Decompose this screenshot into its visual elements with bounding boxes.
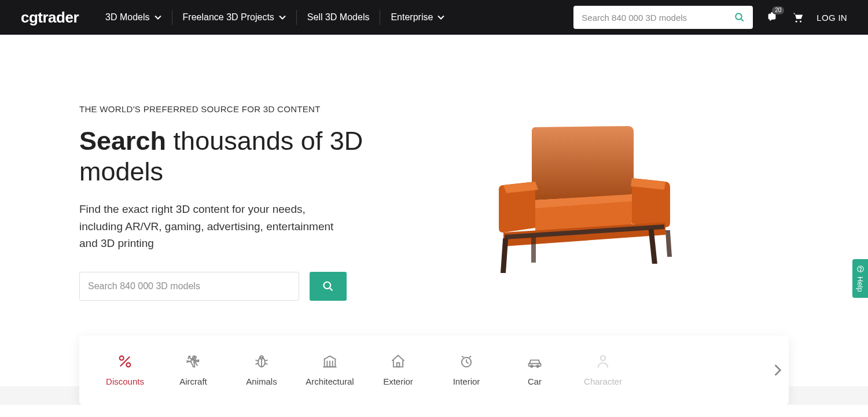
plane-icon	[185, 353, 201, 370]
nav-enterprise[interactable]: Enterprise	[380, 9, 455, 26]
chevron-down-icon	[279, 15, 286, 20]
header-right: 20 LOG IN	[573, 6, 847, 29]
hero: THE WORLD'S PREFERRED SOURCE FOR 3D CONT…	[79, 35, 789, 335]
hero-text: THE WORLD'S PREFERRED SOURCE FOR 3D CONT…	[79, 104, 380, 301]
hero-subtitle: Find the exact right 3D content for your…	[79, 201, 334, 252]
nav-freelance[interactable]: Freelance 3D Projects	[172, 9, 296, 26]
svg-point-4	[800, 21, 801, 23]
svg-line-20	[265, 364, 268, 364]
notification-badge: 20	[772, 6, 784, 14]
house-icon	[390, 353, 406, 370]
help-label: Help	[856, 276, 865, 292]
svg-line-17	[256, 360, 259, 361]
category-exterior[interactable]: Exterior	[364, 353, 432, 386]
svg-point-0	[736, 13, 742, 20]
svg-line-28	[466, 362, 469, 363]
search-icon	[322, 281, 334, 292]
search-icon[interactable]	[734, 12, 745, 23]
svg-line-18	[265, 360, 268, 361]
category-label: Character	[584, 377, 622, 386]
category-label: Aircraft	[179, 377, 207, 386]
nav-label: 3D Models	[105, 12, 149, 23]
building-icon	[322, 353, 338, 370]
svg-point-11	[120, 356, 124, 360]
hero-title-bold: Search	[79, 126, 166, 156]
svg-line-19	[256, 364, 259, 364]
svg-line-13	[120, 357, 130, 366]
categories-strip: Discounts Aircraft Animals Architectural	[79, 335, 789, 405]
hero-eyebrow: THE WORLD'S PREFERRED SOURCE FOR 3D CONT…	[79, 104, 380, 114]
percent-icon	[117, 353, 133, 370]
chair-model-icon	[486, 116, 683, 289]
svg-rect-9	[665, 230, 672, 257]
header: cgtrader 3D Models Freelance 3D Projects…	[0, 0, 868, 35]
svg-rect-25	[397, 363, 400, 367]
category-animals[interactable]: Animals	[227, 353, 296, 386]
hero-search-button[interactable]	[310, 272, 347, 301]
chevron-down-icon	[155, 15, 161, 20]
header-search-input[interactable]	[582, 13, 734, 23]
category-label: Discounts	[106, 377, 144, 386]
help-tab[interactable]: Help	[852, 259, 868, 298]
category-interior[interactable]: Interior	[432, 353, 501, 386]
bug-icon	[253, 353, 270, 370]
category-architectural[interactable]: Architectural	[296, 353, 364, 386]
category-label: Architectural	[306, 377, 354, 386]
chevron-down-icon	[437, 15, 444, 20]
svg-point-32	[601, 356, 605, 360]
nav-3d-models[interactable]: 3D Models	[95, 9, 171, 26]
main-nav: 3D Models Freelance 3D Projects Sell 3D …	[95, 9, 455, 26]
category-label: Animals	[246, 377, 277, 386]
category-character[interactable]: Character	[569, 353, 637, 386]
person-icon	[595, 353, 611, 370]
category-label: Car	[528, 377, 542, 386]
category-label: Exterior	[383, 377, 413, 386]
help-icon	[856, 265, 865, 273]
clock-icon	[458, 353, 475, 370]
svg-point-34	[860, 270, 860, 271]
svg-line-6	[330, 287, 333, 290]
nav-label: Enterprise	[391, 12, 433, 23]
notifications-button[interactable]: 20	[766, 11, 778, 24]
hero-image	[380, 104, 789, 301]
svg-point-12	[126, 363, 130, 367]
categories-next-button[interactable]	[774, 364, 782, 377]
nav-label: Sell 3D Models	[307, 12, 370, 23]
hero-search-input[interactable]	[88, 281, 290, 291]
login-link[interactable]: LOG IN	[816, 13, 847, 23]
category-car[interactable]: Car	[501, 353, 569, 386]
nav-sell[interactable]: Sell 3D Models	[297, 9, 380, 26]
category-discounts[interactable]: Discounts	[91, 353, 159, 386]
hero-title: Search thousands of 3D models	[79, 126, 380, 187]
svg-point-3	[796, 21, 797, 23]
nav-label: Freelance 3D Projects	[183, 12, 274, 23]
svg-line-1	[741, 19, 744, 21]
svg-rect-10	[531, 237, 536, 263]
chevron-right-icon	[774, 364, 782, 377]
svg-point-5	[324, 282, 331, 289]
cart-button[interactable]	[791, 11, 804, 24]
car-icon	[527, 353, 543, 370]
categories-section: Discounts Aircraft Animals Architectural	[79, 335, 789, 405]
header-search[interactable]	[573, 6, 753, 29]
svg-rect-7	[501, 238, 508, 273]
logo[interactable]: cgtrader	[21, 9, 79, 27]
hero-search-row	[79, 272, 380, 301]
hero-search[interactable]	[79, 272, 299, 301]
category-aircraft[interactable]: Aircraft	[159, 353, 227, 386]
category-label: Interior	[453, 377, 480, 386]
